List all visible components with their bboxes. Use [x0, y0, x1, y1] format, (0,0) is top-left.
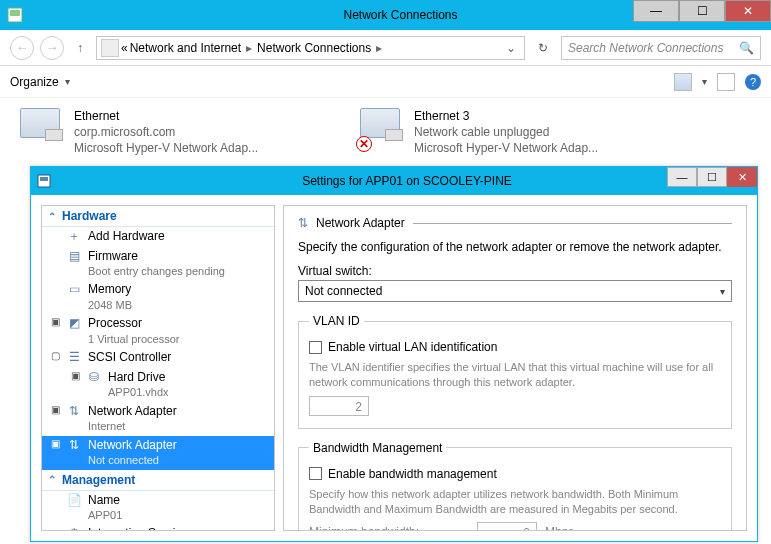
- collapse-icon[interactable]: ⌃: [48, 474, 56, 485]
- dialog-icon: [31, 174, 57, 188]
- search-input[interactable]: Search Network Connections 🔍: [561, 36, 761, 60]
- chevron-down-icon: ▾: [720, 286, 725, 297]
- breadcrumb-sep: ▸: [373, 41, 385, 55]
- tree-item-network-adapter-1[interactable]: ▣ ⇅ Network Adapter Internet: [42, 402, 274, 436]
- view-layout-button[interactable]: [674, 73, 692, 91]
- checkbox-icon: [309, 341, 322, 354]
- network-adapter-icon: ⇅: [66, 404, 82, 418]
- organize-menu[interactable]: Organize: [10, 75, 59, 89]
- dialog-titlebar: Settings for APP01 on SCOOLEY-PINE — ☐ ✕: [31, 167, 757, 195]
- name-icon: 📄: [66, 493, 82, 507]
- network-adapter-icon: ⇅: [66, 438, 82, 452]
- min-bandwidth-label: Minimum bandwidth:: [309, 525, 469, 531]
- tree-item-integration[interactable]: ⚙ Integration Services Some services off…: [42, 524, 274, 531]
- connection-status: Network cable unplugged: [414, 124, 598, 140]
- dialog-minimize-button[interactable]: —: [667, 167, 697, 187]
- expand-icon[interactable]: ▣: [50, 404, 60, 415]
- bandwidth-enable-checkbox[interactable]: Enable bandwidth management: [309, 467, 721, 481]
- connection-device: Microsoft Hyper-V Network Adap...: [414, 140, 598, 156]
- refresh-button[interactable]: ↻: [531, 36, 555, 60]
- address-bar: ← → ↑ « Network and Internet ▸ Network C…: [0, 30, 771, 66]
- memory-icon: ▭: [66, 282, 82, 296]
- tree-item-harddrive[interactable]: ▣ ⛁ Hard Drive APP01.vhdx: [42, 368, 274, 402]
- settings-panel: ⇅ Network Adapter Specify the configurat…: [283, 205, 747, 531]
- collapse-icon[interactable]: ⌃: [48, 211, 56, 222]
- location-icon: [101, 39, 119, 57]
- expand-icon[interactable]: ▣: [70, 370, 80, 381]
- tree-section-management[interactable]: ⌃ Management: [42, 470, 274, 491]
- dialog-maximize-button[interactable]: ☐: [697, 167, 727, 187]
- settings-tree: ⌃ Hardware ＋ Add Hardware ▤ Firmware Boo…: [41, 205, 275, 531]
- firmware-icon: ▤: [66, 249, 82, 263]
- svg-rect-1: [10, 10, 20, 16]
- tree-item-add-hardware[interactable]: ＋ Add Hardware: [42, 227, 274, 247]
- disconnected-icon: ✕: [356, 136, 372, 152]
- tree-item-name[interactable]: 📄 Name APP01: [42, 491, 274, 525]
- bandwidth-legend: Bandwidth Management: [309, 441, 446, 455]
- expand-icon[interactable]: ▣: [50, 316, 60, 327]
- expand-icon[interactable]: ▣: [50, 438, 60, 449]
- search-icon[interactable]: 🔍: [739, 41, 754, 55]
- processor-icon: ◩: [66, 316, 82, 330]
- toolbar: Organize ▾ ▾ ?: [0, 66, 771, 98]
- breadcrumb-part[interactable]: Network and Internet: [130, 41, 241, 55]
- heading-divider: [413, 223, 732, 224]
- virtual-switch-select[interactable]: Not connected ▾: [298, 280, 732, 302]
- maximize-button[interactable]: ☐: [679, 0, 725, 22]
- tree-item-scsi[interactable]: ▢ ☰ SCSI Controller: [42, 348, 274, 368]
- help-button[interactable]: ?: [745, 74, 761, 90]
- panel-description: Specify the configuration of the network…: [298, 240, 732, 254]
- add-hardware-icon: ＋: [66, 229, 82, 243]
- tree-item-network-adapter-2[interactable]: ▣ ⇅ Network Adapter Not connected: [42, 436, 274, 470]
- connection-item[interactable]: Ethernet corp.microsoft.com Microsoft Hy…: [20, 108, 320, 157]
- checkbox-icon: [309, 467, 322, 480]
- vlan-fieldset: VLAN ID Enable virtual LAN identificatio…: [298, 314, 732, 429]
- connection-item[interactable]: ✕ Ethernet 3 Network cable unplugged Mic…: [360, 108, 660, 157]
- dialog-title: Settings for APP01 on SCOOLEY-PINE: [57, 174, 757, 188]
- nic-icon: [20, 108, 64, 148]
- collapse-icon[interactable]: ▢: [50, 350, 60, 361]
- settings-dialog: Settings for APP01 on SCOOLEY-PINE — ☐ ✕…: [30, 166, 758, 542]
- minimize-button[interactable]: —: [633, 0, 679, 22]
- vlan-enable-checkbox[interactable]: Enable virtual LAN identification: [309, 340, 721, 354]
- vlan-help-text: The VLAN identifier specifies the virtua…: [309, 360, 721, 390]
- connection-name: Ethernet: [74, 108, 258, 124]
- virtual-switch-value: Not connected: [305, 284, 382, 298]
- connections-list: Ethernet corp.microsoft.com Microsoft Hy…: [0, 98, 771, 167]
- bandwidth-fieldset: Bandwidth Management Enable bandwidth ma…: [298, 441, 732, 531]
- tree-section-hardware[interactable]: ⌃ Hardware: [42, 206, 274, 227]
- connection-device: Microsoft Hyper-V Network Adap...: [74, 140, 258, 156]
- bandwidth-unit: Mbps: [545, 525, 574, 531]
- tree-item-processor[interactable]: ▣ ◩ Processor 1 Virtual processor: [42, 314, 274, 348]
- virtual-switch-label: Virtual switch:: [298, 264, 732, 278]
- dialog-close-button[interactable]: ✕: [727, 167, 757, 187]
- network-adapter-icon: ⇅: [298, 216, 308, 230]
- tree-item-firmware[interactable]: ▤ Firmware Boot entry changes pending: [42, 247, 274, 281]
- tree-item-memory[interactable]: ▭ Memory 2048 MB: [42, 280, 274, 314]
- up-button[interactable]: ↑: [70, 41, 90, 55]
- forward-button[interactable]: →: [40, 36, 64, 60]
- app-icon: [0, 7, 30, 23]
- vlan-legend: VLAN ID: [309, 314, 364, 328]
- back-button[interactable]: ←: [10, 36, 34, 60]
- organize-dropdown-icon[interactable]: ▾: [65, 76, 70, 87]
- breadcrumb-part[interactable]: Network Connections: [257, 41, 371, 55]
- preview-pane-button[interactable]: [717, 73, 735, 91]
- nic-icon: ✕: [360, 108, 404, 148]
- breadcrumb-dropdown[interactable]: ⌄: [506, 41, 520, 55]
- close-button[interactable]: ✕: [725, 0, 771, 22]
- view-dropdown-icon[interactable]: ▾: [702, 76, 707, 87]
- bandwidth-help-text: Specify how this network adapter utilize…: [309, 487, 721, 517]
- window-titlebar: Network Connections — ☐ ✕: [0, 0, 771, 30]
- panel-heading: Network Adapter: [316, 216, 405, 230]
- breadcrumb[interactable]: « Network and Internet ▸ Network Connect…: [96, 36, 525, 60]
- connection-name: Ethernet 3: [414, 108, 598, 124]
- integration-icon: ⚙: [66, 526, 82, 531]
- connection-status: corp.microsoft.com: [74, 124, 258, 140]
- harddrive-icon: ⛁: [86, 370, 102, 384]
- min-bandwidth-input[interactable]: 0: [477, 522, 537, 531]
- breadcrumb-sep: ▸: [243, 41, 255, 55]
- svg-rect-3: [40, 177, 48, 181]
- vlan-id-input[interactable]: 2: [309, 396, 369, 416]
- scsi-icon: ☰: [66, 350, 82, 364]
